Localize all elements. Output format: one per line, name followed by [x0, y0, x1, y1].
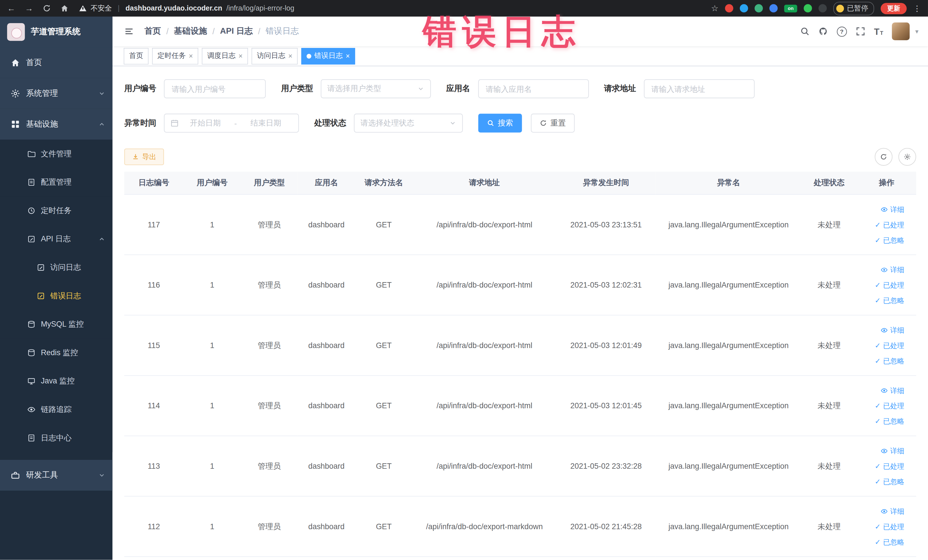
- tab-dispatch-log[interactable]: 调度日志 ×: [202, 48, 248, 64]
- mark-ignored-link[interactable]: ✓已忽略: [858, 534, 904, 549]
- end-date-placeholder: 结束日期: [239, 118, 292, 128]
- paused-extension-badge[interactable]: 已暂停: [833, 2, 874, 15]
- request-url-input[interactable]: [644, 79, 754, 98]
- sidebar-item-api-log[interactable]: API 日志: [0, 225, 112, 253]
- detail-link[interactable]: 详细: [858, 322, 904, 338]
- sidebar-item-redis-monitor[interactable]: Redis 监控: [0, 339, 112, 367]
- url-domain: dashboard.yudao.iocoder.cn: [125, 4, 222, 12]
- breadcrumb-api-log[interactable]: API 日志: [220, 26, 253, 37]
- help-icon[interactable]: ?: [837, 26, 847, 36]
- mark-processed-link[interactable]: ✓已处理: [858, 277, 904, 293]
- mark-processed-link[interactable]: ✓已处理: [858, 338, 904, 353]
- mark-processed-link[interactable]: ✓已处理: [858, 217, 904, 232]
- mark-ignored-link[interactable]: ✓已忽略: [858, 474, 904, 489]
- monitor-icon: [27, 377, 35, 385]
- mark-processed-link[interactable]: ✓已处理: [858, 519, 904, 534]
- reset-button[interactable]: 重置: [531, 113, 575, 132]
- extension-icon-4[interactable]: [769, 4, 778, 12]
- extension-icon-1[interactable]: [725, 4, 733, 12]
- tab-error-log[interactable]: 错误日志 ×: [301, 48, 355, 64]
- table-header-row: 日志编号 用户编号 用户类型 应用名 请求方法名 请求地址 异常发生时间 异常名…: [124, 172, 916, 195]
- detail-link[interactable]: 详细: [858, 201, 904, 217]
- edit-square-icon: [27, 235, 35, 243]
- toolbox-icon: [11, 470, 20, 480]
- process-status-select[interactable]: 请选择处理状态: [354, 113, 463, 132]
- sidebar-item-java-monitor[interactable]: Java 监控: [0, 367, 112, 395]
- browser-update-button[interactable]: 更新: [881, 3, 907, 14]
- browser-menu-icon[interactable]: ⋮: [913, 4, 921, 12]
- sidebar-item-log-center[interactable]: 日志中心: [0, 424, 112, 452]
- browser-back-icon[interactable]: ←: [7, 4, 15, 12]
- detail-link[interactable]: 详细: [858, 262, 904, 277]
- avatar[interactable]: [892, 23, 910, 40]
- column-settings-button[interactable]: [898, 148, 916, 166]
- sidebar-item-dev-tools[interactable]: 研发工具: [0, 460, 112, 491]
- document-icon: [27, 178, 35, 186]
- breadcrumb-infra[interactable]: 基础设施: [174, 26, 207, 37]
- sidebar-item-scheduled-task[interactable]: 定时任务: [0, 197, 112, 225]
- fullscreen-icon[interactable]: [856, 26, 865, 36]
- detail-link[interactable]: 详细: [858, 383, 904, 398]
- hamburger-icon[interactable]: [122, 24, 136, 38]
- address-bar[interactable]: 不安全 | dashboard.yudao.iocoder.cn/infra/l…: [79, 3, 295, 13]
- edit-square-icon: [37, 292, 45, 300]
- sidebar-item-file-manage[interactable]: 文件管理: [0, 140, 112, 168]
- close-icon[interactable]: ×: [346, 52, 350, 60]
- user-id-input[interactable]: [164, 79, 266, 98]
- extension-icon-6[interactable]: [804, 4, 812, 12]
- mark-processed-link[interactable]: ✓已处理: [858, 398, 904, 414]
- user-type-label: 用户类型: [281, 84, 313, 94]
- close-icon[interactable]: ×: [189, 52, 193, 60]
- close-icon[interactable]: ×: [288, 52, 292, 60]
- font-size-icon[interactable]: TT: [874, 27, 884, 36]
- extension-icon-2[interactable]: [740, 4, 748, 12]
- smiley-icon: [836, 5, 844, 12]
- check-icon: ✓: [875, 293, 881, 308]
- avatar-caret-icon[interactable]: ▾: [915, 27, 918, 35]
- app-name-input[interactable]: [478, 79, 589, 98]
- tab-scheduled-task[interactable]: 定时任务 ×: [152, 48, 198, 64]
- grid-icon: [11, 119, 20, 129]
- sidebar-item-home[interactable]: 首页: [0, 47, 112, 78]
- sidebar-item-mysql-monitor[interactable]: MySQL 监控: [0, 310, 112, 339]
- user-type-select[interactable]: 请选择用户类型: [321, 79, 431, 98]
- browser-forward-icon[interactable]: →: [25, 4, 33, 12]
- table-row: 113 1 管理员 dashboard GET /api/infra/db-do…: [124, 436, 916, 496]
- proxy-on-extension-icon[interactable]: on: [784, 5, 797, 12]
- mark-ignored-link[interactable]: ✓已忽略: [858, 353, 904, 368]
- eye-icon: [881, 327, 888, 334]
- github-icon[interactable]: [818, 26, 828, 36]
- col-status: 处理状态: [801, 172, 857, 195]
- sidebar-item-config-manage[interactable]: 配置管理: [0, 168, 112, 197]
- sidebar-item-system-manage[interactable]: 系统管理: [0, 78, 112, 109]
- col-actions: 操作: [857, 172, 916, 195]
- search-icon[interactable]: [800, 26, 809, 36]
- check-icon: ✓: [875, 458, 881, 474]
- detail-link[interactable]: 详细: [858, 503, 904, 519]
- mark-ignored-link[interactable]: ✓已忽略: [858, 414, 904, 429]
- search-button[interactable]: 搜索: [478, 113, 522, 132]
- tab-access-log[interactable]: 访问日志 ×: [252, 48, 298, 64]
- sidebar-item-access-log[interactable]: 访问日志: [0, 253, 112, 282]
- mark-ignored-link[interactable]: ✓已忽略: [858, 232, 904, 248]
- close-icon[interactable]: ×: [238, 52, 243, 60]
- bookmark-star-icon[interactable]: ☆: [711, 3, 719, 13]
- mark-processed-link[interactable]: ✓已处理: [858, 458, 904, 474]
- browser-home-icon[interactable]: [61, 4, 69, 12]
- app-logo[interactable]: 芋道管理系统: [0, 17, 112, 47]
- sidebar-item-tracing[interactable]: 链路追踪: [0, 395, 112, 424]
- mark-ignored-link[interactable]: ✓已忽略: [858, 293, 904, 308]
- extension-icon-7[interactable]: [818, 4, 827, 12]
- eye-icon: [881, 508, 888, 515]
- breadcrumb-home[interactable]: 首页: [144, 26, 161, 37]
- edit-square-icon: [37, 263, 45, 272]
- extension-icon-3[interactable]: [754, 4, 763, 12]
- detail-link[interactable]: 详细: [858, 443, 904, 458]
- export-button[interactable]: 导出: [124, 149, 164, 165]
- exception-time-range-picker[interactable]: 开始日期 - 结束日期: [164, 113, 299, 132]
- tab-home[interactable]: 首页: [124, 48, 149, 64]
- sidebar-item-infrastructure[interactable]: 基础设施: [0, 109, 112, 140]
- sidebar-item-error-log[interactable]: 错误日志: [0, 282, 112, 310]
- browser-reload-icon[interactable]: [43, 4, 51, 12]
- refresh-button[interactable]: [875, 148, 892, 166]
